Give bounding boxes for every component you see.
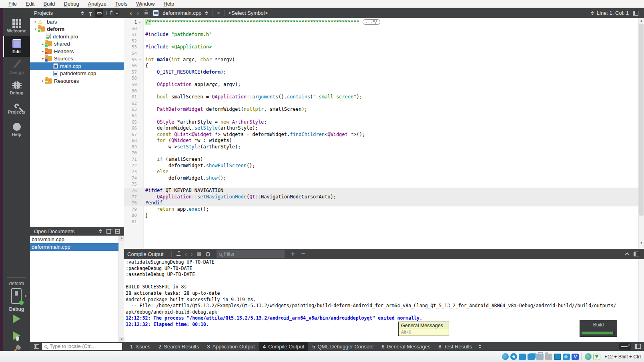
menu-build[interactable]: Build — [39, 1, 59, 7]
pane-button-application-output[interactable]: 3Application Output — [203, 342, 259, 351]
output-scrollbar[interactable] — [638, 259, 644, 342]
menu-debug[interactable]: Debug — [59, 1, 83, 7]
tree-item-sources[interactable]: ▾Sources — [30, 55, 124, 63]
gutter-cell: 66 — [124, 125, 144, 132]
compile-output-body[interactable]: :validateSigningDebug UP-TO-DATE:package… — [124, 259, 644, 342]
go-forward-icon[interactable]: › — [134, 9, 142, 17]
scrollbar-thumb[interactable] — [639, 24, 644, 216]
output-pane-icon[interactable] — [634, 252, 639, 256]
previous-item-icon[interactable]: ‹ — [183, 251, 189, 257]
add-pane-icon[interactable]: + — [288, 250, 298, 258]
tray-record-icon[interactable] — [563, 354, 570, 360]
menu-analyze[interactable]: Analyze — [84, 1, 111, 7]
panel-combo-icon[interactable] — [99, 229, 102, 233]
menu-edit[interactable]: Edit — [21, 1, 39, 7]
sync-with-editor-icon[interactable] — [95, 9, 103, 17]
tree-item-shared[interactable]: ▸shared — [30, 40, 124, 48]
fold-column — [137, 119, 143, 126]
pane-button-test-results[interactable]: 8Test Results — [435, 342, 476, 351]
split-panel-icon[interactable] — [104, 9, 112, 17]
toggle-sidebar-button[interactable] — [32, 343, 40, 350]
pane-button-compile-output[interactable]: 4Compile Output — [259, 342, 309, 351]
code-line: 51#include "pathdeform.h" — [124, 32, 638, 38]
scroll-to-end-icon[interactable] — [175, 250, 183, 258]
tray-network-icon[interactable] — [528, 354, 535, 360]
line-number: 63 — [124, 106, 137, 113]
scroll-up-icon[interactable]: ▲ — [119, 236, 124, 241]
right-pane-icon[interactable] — [635, 344, 641, 349]
maximize-pane-icon[interactable] — [625, 252, 629, 257]
pane-number: 2 — [158, 344, 161, 350]
pane-button-issues[interactable]: 1Issues — [126, 342, 154, 351]
run-button[interactable] — [13, 314, 20, 323]
tree-item-pathdeform-cpp[interactable]: pathdeform.cpp — [30, 70, 124, 78]
expand-arrow-icon[interactable]: ▸ — [33, 20, 38, 24]
tree-item-bars[interactable]: ▸⚠bars — [30, 18, 124, 26]
tray-update-icon[interactable] — [502, 353, 509, 360]
tray-display-icon[interactable] — [554, 354, 561, 360]
open-document-deform-main-cpp[interactable]: deform/main.cpp — [30, 243, 124, 251]
tray-disc-icon[interactable] — [510, 353, 517, 360]
kit-selector-arrow-icon[interactable] — [25, 294, 27, 298]
build-progress-track — [582, 332, 615, 334]
pane-button-qml-debugger-console[interactable]: 5QML Debugger Console — [308, 342, 377, 351]
tray-video-icon[interactable] — [519, 354, 526, 360]
locator-input[interactable]: Type to locate (Ctrl... — [42, 343, 122, 350]
scroll-down-icon[interactable]: ▼ — [119, 337, 124, 342]
mode-edit[interactable]: Edit — [3, 36, 30, 57]
progress-details-button[interactable] — [619, 343, 631, 350]
mode-welcome[interactable]: Welcome — [3, 15, 30, 36]
scroll-up-icon[interactable]: ▲ — [639, 18, 644, 23]
open-file-breadcrumb[interactable]: deform/main.cpp — [163, 10, 201, 16]
scroll-down-icon[interactable]: ▼ — [639, 240, 644, 246]
fold-marker-icon[interactable]: ▸ — [137, 19, 143, 26]
open-documents-scrollbar[interactable]: ▲ ▼ — [118, 236, 124, 342]
mode-projects[interactable]: Projects — [3, 98, 30, 119]
close-document-icon[interactable]: × — [215, 10, 222, 16]
linecol-combo-icon[interactable] — [591, 11, 594, 15]
menu-file[interactable]: File — [4, 1, 21, 7]
tray-folder-icon[interactable] — [545, 354, 552, 360]
filter-tree-icon[interactable] — [86, 9, 94, 17]
folded-comment-pill[interactable]: ...*/ — [363, 19, 380, 25]
code-editor[interactable]: 1▸/*************************************… — [124, 18, 644, 249]
menu-help[interactable]: Help — [159, 1, 179, 7]
stop-icon[interactable] — [195, 250, 203, 258]
output-filter-input[interactable]: Filter — [217, 250, 285, 258]
pane-button-general-messages[interactable]: 6General Messages — [377, 342, 434, 351]
mode-help[interactable]: Help — [3, 119, 30, 140]
split-panel-icon[interactable] — [104, 228, 112, 235]
pane-button-search-results[interactable]: 2Search Results — [154, 342, 203, 351]
settings-gear-icon[interactable] — [204, 250, 212, 258]
tray-pointer-icon[interactable] — [585, 353, 592, 360]
minimize-pane-icon[interactable]: − — [298, 250, 309, 258]
editor-pane-icon[interactable] — [633, 11, 638, 16]
symbol-selector[interactable]: <Select Symbol> — [229, 10, 268, 16]
build-progress-widget[interactable]: Build — [580, 320, 617, 337]
tray-vbox-icon[interactable]: V — [572, 354, 579, 360]
tray-usb-icon[interactable] — [536, 354, 544, 360]
editor-scrollbar[interactable]: ▲ ▼ — [638, 18, 644, 249]
code-line-text — [144, 113, 145, 119]
fold-marker-icon[interactable]: ▾ — [137, 57, 143, 63]
tree-item-main-cpp[interactable]: main.cpp — [30, 62, 124, 70]
android-device-icon[interactable] — [11, 288, 22, 304]
line-number: 70 — [124, 150, 137, 156]
go-back-icon[interactable]: ‹ — [127, 9, 134, 17]
tree-item-deform[interactable]: ▾deform — [30, 26, 124, 33]
open-document-bars-main-cpp[interactable]: bars/main.cpp — [30, 236, 124, 243]
mode-debug[interactable]: Debug — [3, 78, 30, 98]
menu-window[interactable]: Window — [132, 1, 159, 7]
tree-item-deform-pro[interactable]: deform.pro — [30, 33, 124, 40]
close-panel-icon[interactable] — [113, 228, 121, 235]
panes-combo-icon[interactable] — [478, 344, 481, 348]
tree-item-resources[interactable]: ▸Resources — [30, 77, 124, 85]
next-item-icon[interactable]: › — [189, 251, 195, 257]
tree-item-headers[interactable]: ▸Headers — [30, 48, 124, 55]
menu-tools[interactable]: Tools — [111, 1, 132, 7]
tray-autoresize-icon[interactable] — [593, 354, 600, 360]
run-debug-button[interactable] — [13, 331, 20, 340]
panel-combo-icon[interactable] — [81, 11, 84, 15]
close-panel-icon[interactable] — [113, 9, 121, 17]
document-combo-icon[interactable] — [205, 11, 208, 15]
